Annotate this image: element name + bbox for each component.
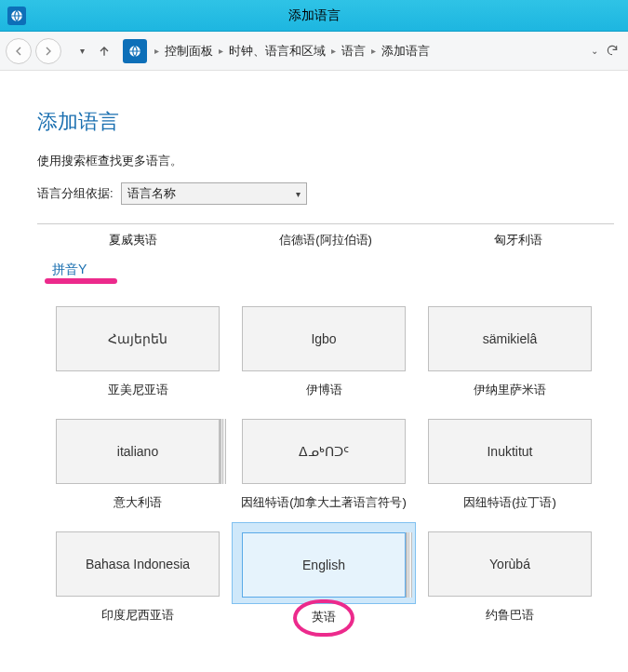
tile-label: 因纽特语(加拿大土著语言符号)	[241, 495, 407, 511]
group-by-select[interactable]: 语言名称 ▾	[121, 182, 307, 205]
language-tile-inari-sami[interactable]: sämikielâ 伊纳里萨米语	[417, 297, 603, 398]
group-heading: 拼音Y	[52, 262, 87, 278]
language-tile-english[interactable]: English 英语	[231, 522, 417, 625]
recent-dropdown-icon[interactable]: ▾	[74, 46, 89, 56]
tile-label: 意大利语	[114, 495, 162, 511]
previous-group-row: 夏威夷语 信德语(阿拉伯语) 匈牙利语	[37, 224, 614, 258]
language-list: 夏威夷语 信德语(阿拉伯语) 匈牙利语 拼音Y Հայերեն 亚美尼亚语 Ig…	[37, 223, 614, 637]
tile-native: ᐃᓄᒃᑎᑐᑦ	[242, 419, 406, 484]
forward-button[interactable]	[35, 38, 61, 64]
tile-native: sämikielâ	[428, 306, 592, 371]
back-button[interactable]	[6, 38, 32, 64]
language-label: 匈牙利语	[421, 232, 614, 249]
language-tile-italian[interactable]: italiano 意大利语	[45, 410, 231, 511]
chevron-right-icon: ▸	[371, 46, 376, 56]
language-tile-inuktitut-syllabics[interactable]: ᐃᓄᒃᑎᑐᑦ 因纽特语(加拿大土著语言符号)	[231, 410, 417, 511]
language-tile-yoruba[interactable]: Yorùbá 约鲁巴语	[417, 522, 603, 625]
group-by-row: 语言分组依据: 语言名称 ▾	[37, 182, 628, 205]
page-subtitle: 使用搜索框查找更多语言。	[37, 153, 628, 169]
chevron-right-icon: ▸	[331, 46, 336, 56]
tile-label: 伊纳里萨米语	[474, 383, 546, 398]
refresh-icon[interactable]	[606, 44, 619, 59]
breadcrumb-item[interactable]: 添加语言	[381, 43, 430, 60]
tile-native: English	[242, 532, 406, 598]
language-tiles: Հայերեն 亚美尼亚语 Igbo 伊博语 sämikielâ 伊纳里萨米语 …	[37, 289, 614, 637]
tile-native: Igbo	[242, 306, 406, 371]
breadcrumb-item[interactable]: 时钟、语言和区域	[229, 43, 326, 60]
tile-label: 伊博语	[306, 383, 342, 398]
tile-native: Bahasa Indonesia	[56, 531, 220, 597]
chevron-right-icon: ▸	[154, 46, 159, 56]
breadcrumb-item[interactable]: 语言	[341, 43, 366, 60]
tile-label: 亚美尼亚语	[108, 383, 168, 398]
language-label: 夏威夷语	[37, 232, 230, 249]
breadcrumb-item[interactable]: 控制面板	[165, 43, 213, 60]
chevron-down-icon: ▾	[296, 189, 301, 199]
tile-native: Yorùbá	[428, 531, 592, 597]
tile-label: 印度尼西亚语	[101, 608, 174, 624]
annotation-underline	[45, 278, 117, 284]
tile-label: 因纽特语(拉丁语)	[463, 495, 556, 511]
group-by-label: 语言分组依据:	[37, 185, 114, 202]
tile-native: italiano	[56, 419, 220, 484]
language-tile-igbo[interactable]: Igbo 伊博语	[231, 297, 417, 398]
tile-label: 英语	[312, 610, 336, 625]
tile-label: 约鲁巴语	[486, 608, 534, 624]
language-label: 信德语(阿拉伯语)	[230, 232, 422, 249]
nav-bar: ▾ ▸ 控制面板 ▸ 时钟、语言和区域 ▸ 语言 ▸ 添加语言 ⌄	[0, 32, 628, 71]
language-tile-indonesian[interactable]: Bahasa Indonesia 印度尼西亚语	[45, 522, 231, 625]
language-tile-armenian[interactable]: Հայերեն 亚美尼亚语	[45, 297, 231, 398]
breadcrumb[interactable]: ▸ 控制面板 ▸ 时钟、语言和区域 ▸ 语言 ▸ 添加语言	[154, 43, 587, 60]
content-pane: 添加语言 使用搜索框查找更多语言。 语言分组依据: 语言名称 ▾ 夏威夷语 信德…	[0, 71, 628, 637]
group-by-value: 语言名称	[127, 185, 176, 202]
chevron-right-icon: ▸	[219, 46, 223, 56]
refresh-dropdown-icon[interactable]: ⌄	[591, 46, 598, 56]
tile-native: Inuktitut	[428, 419, 592, 484]
up-button[interactable]	[93, 40, 115, 62]
language-tile-inuktitut-latin[interactable]: Inuktitut 因纽特语(拉丁语)	[417, 410, 603, 511]
title-bar: 添加语言	[0, 0, 628, 32]
tile-native: Հայերեն	[56, 306, 220, 371]
address-icon	[123, 39, 147, 63]
window-title: 添加语言	[0, 7, 628, 24]
page-title: 添加语言	[37, 108, 628, 136]
